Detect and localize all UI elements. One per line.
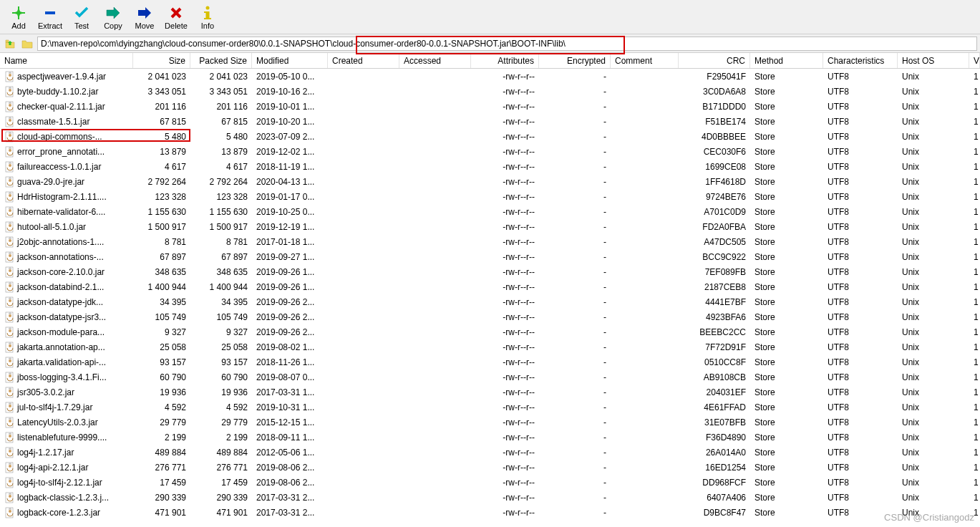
up-button[interactable] (3, 37, 17, 51)
file-char: UTF8 (823, 342, 898, 353)
path-input[interactable] (37, 37, 977, 51)
jar-file-icon (4, 86, 16, 97)
file-modified: 2019-01-17 0... (252, 191, 328, 203)
header-created[interactable]: Created (328, 53, 399, 68)
extract-button[interactable]: Extract (34, 1, 66, 33)
file-crc: A47DC505 (679, 236, 750, 248)
table-row[interactable]: jboss-logging-3.4.1.Fi...60 79060 790201… (0, 369, 980, 385)
file-size: 17 459 (133, 477, 190, 488)
file-name: jboss-logging-3.4.1.Fi... (17, 372, 107, 382)
file-method: Store (750, 402, 823, 413)
file-host: Unix (898, 342, 969, 353)
copy-label: Copy (104, 21, 122, 30)
jar-file-icon (4, 236, 16, 248)
header-crc[interactable]: CRC (679, 53, 750, 68)
file-ver: 1 (969, 146, 980, 158)
header-packed[interactable]: Packed Size (190, 53, 252, 68)
table-row[interactable]: jackson-datatype-jsr3...105 749105 74920… (0, 309, 980, 324)
file-attrs: -rw-r--r-- (471, 372, 539, 383)
header-comment[interactable]: Comment (611, 53, 679, 68)
jar-file-icon (4, 357, 16, 368)
table-row[interactable]: guava-29.0-jre.jar2 792 2642 792 2642020… (0, 174, 980, 189)
table-row[interactable]: log4j-api-2.12.1.jar276 771276 7712019-0… (0, 460, 980, 475)
move-button[interactable]: Move (129, 1, 160, 33)
header-accessed[interactable]: Accessed (399, 53, 471, 68)
table-row[interactable]: log4j-to-slf4j-2.12.1.jar17 45917 459201… (0, 475, 980, 490)
header-attributes[interactable]: Attributes (471, 53, 539, 68)
header-characteristics[interactable]: Characteristics (823, 53, 898, 68)
file-modified: 2019-08-06 2... (252, 477, 328, 488)
file-encrypted: - (539, 221, 611, 233)
table-row[interactable]: hibernate-validator-6....1 155 6301 155 … (0, 204, 980, 219)
table-row[interactable]: jakarta.validation-api-...93 15793 15720… (0, 354, 980, 369)
file-char: UTF8 (823, 146, 898, 158)
table-row[interactable]: HdrHistogram-2.1.11....123 328123 328201… (0, 189, 980, 204)
table-row[interactable]: error_prone_annotati...13 87913 8792019-… (0, 144, 980, 159)
header-size[interactable]: Size (133, 53, 190, 68)
add-button[interactable]: Add (3, 1, 34, 33)
file-char: UTF8 (823, 447, 898, 458)
file-encrypted: - (539, 266, 611, 278)
file-host: Unix (898, 251, 969, 263)
test-button[interactable]: Test (66, 1, 97, 33)
table-row[interactable]: jackson-module-para...9 3279 3272019-09-… (0, 324, 980, 339)
column-headers: Name Size Packed Size Modified Created A… (0, 53, 980, 69)
table-row[interactable]: jakarta.annotation-ap...25 05825 0582019… (0, 339, 980, 354)
jar-file-icon (4, 387, 16, 398)
table-row[interactable]: j2objc-annotations-1....8 7818 7812017-0… (0, 234, 980, 249)
file-modified: 2019-08-06 2... (252, 462, 328, 473)
file-host: Unix (898, 477, 969, 488)
table-row[interactable]: logback-classic-1.2.3.j...290 339290 339… (0, 490, 980, 505)
table-row[interactable]: jackson-databind-2.1...1 400 9441 400 94… (0, 279, 980, 294)
header-version[interactable]: V (969, 53, 980, 68)
file-modified: 2017-03-31 1... (252, 387, 328, 398)
file-method: Store (750, 146, 823, 158)
file-crc: F36D4890 (679, 432, 750, 443)
table-row[interactable]: classmate-1.5.1.jar67 81567 8152019-10-2… (0, 114, 980, 129)
file-encrypted: - (539, 327, 611, 338)
file-created (328, 256, 399, 258)
file-modified: 2019-10-01 1... (252, 101, 328, 112)
header-name[interactable]: Name (0, 53, 133, 68)
file-host: Unix (898, 447, 969, 458)
table-row[interactable]: hutool-all-5.1.0.jar1 500 9171 500 91720… (0, 219, 980, 234)
header-host[interactable]: Host OS (898, 53, 969, 68)
header-method[interactable]: Method (750, 53, 823, 68)
table-row[interactable]: jackson-datatype-jdk...34 39534 3952019-… (0, 294, 980, 309)
svg-point-26 (9, 209, 11, 212)
file-packed: 471 901 (190, 507, 252, 518)
file-attrs: -rw-r--r-- (471, 417, 539, 428)
header-modified[interactable]: Modified (252, 53, 328, 68)
table-row[interactable]: jsr305-3.0.2.jar19 93619 9362017-03-31 1… (0, 385, 980, 400)
table-row[interactable]: cloud-api-commons-...5 4805 4802023-07-0… (0, 129, 980, 144)
file-name: byte-buddy-1.10.2.jar (17, 87, 98, 97)
table-row[interactable]: jul-to-slf4j-1.7.29.jar4 5924 5922019-10… (0, 400, 980, 415)
file-encrypted: - (539, 387, 611, 398)
jar-file-icon (4, 327, 16, 338)
jar-file-icon (4, 191, 16, 203)
add-label: Add (11, 21, 26, 30)
file-attrs: -rw-r--r-- (471, 221, 539, 233)
table-row[interactable]: byte-buddy-1.10.2.jar3 343 0513 343 0512… (0, 84, 980, 99)
info-button[interactable]: Info (192, 1, 223, 33)
file-crc: 1FF4618D (679, 176, 750, 188)
file-created (328, 482, 399, 483)
table-row[interactable]: failureaccess-1.0.1.jar4 6174 6172018-11… (0, 159, 980, 174)
file-created (328, 422, 399, 423)
file-host: Unix (898, 236, 969, 248)
file-char: UTF8 (823, 477, 898, 488)
table-row[interactable]: aspectjweaver-1.9.4.jar2 041 0232 041 02… (0, 69, 980, 84)
header-encrypted[interactable]: Encrypted (539, 53, 611, 68)
table-row[interactable]: LatencyUtils-2.0.3.jar29 77929 7792015-1… (0, 415, 980, 430)
file-accessed (399, 316, 471, 318)
table-row[interactable]: checker-qual-2.11.1.jar201 116201 116201… (0, 99, 980, 114)
table-row[interactable]: logback-core-1.2.3.jar471 901471 9012017… (0, 505, 980, 520)
table-row[interactable]: jackson-core-2.10.0.jar348 635348 635201… (0, 264, 980, 279)
table-row[interactable]: listenablefuture-9999....2 1992 1992018-… (0, 430, 980, 445)
test-label: Test (74, 21, 89, 30)
file-host: Unix (898, 296, 969, 308)
delete-button[interactable]: Delete (160, 1, 192, 33)
table-row[interactable]: log4j-1.2.17.jar489 884489 8842012-05-06… (0, 445, 980, 460)
table-row[interactable]: jackson-annotations-...67 89767 8972019-… (0, 249, 980, 264)
copy-button[interactable]: Copy (97, 1, 129, 33)
